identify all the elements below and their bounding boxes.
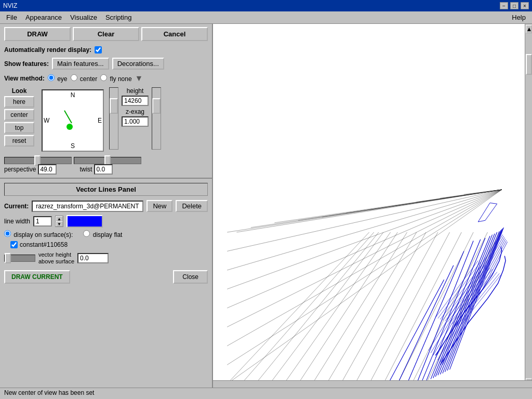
minimize-button[interactable]: − [500, 2, 508, 9]
cancel-button[interactable]: Cancel [141, 27, 208, 41]
display-flat-label: display flat [83, 230, 122, 238]
linewidth-label: line width [4, 218, 30, 225]
svg-rect-0 [227, 24, 518, 388]
perspective-value[interactable] [38, 164, 57, 175]
menu-appearance[interactable]: Appearance [21, 12, 66, 22]
menu-help[interactable]: Help [508, 12, 530, 22]
vector-height-slider[interactable] [4, 255, 35, 262]
zexag-label: z-exag [126, 108, 144, 115]
view-method-label: View method: [4, 75, 45, 82]
perspective-slider-row [4, 157, 208, 164]
auto-render-section: Automatically render display: [0, 44, 212, 56]
auto-render-label: Automatically render display: [4, 46, 91, 54]
vector-height-slider-row: vector height above surface [4, 251, 208, 265]
title-bar: NVIZ − □ × [0, 0, 532, 11]
height-zexag-group: height z-exag [122, 87, 149, 127]
view-eye-label: eye [48, 74, 68, 83]
viewport-hscroll[interactable] [213, 380, 532, 388]
status-bar: New center of view has been set [0, 388, 532, 399]
maximize-button[interactable]: □ [510, 2, 518, 9]
navigator-box[interactable]: N S W E [42, 89, 104, 152]
vscroll-up-arrow[interactable]: ▲ [526, 25, 532, 33]
navigator-area: Look here center top reset N S W E [0, 85, 212, 156]
look-title: Look [4, 87, 34, 95]
nav-south-label: S [71, 142, 75, 150]
persp-twist-labels: perspective twist [4, 164, 208, 175]
nav-position-dot[interactable] [66, 124, 73, 130]
height-slider-thumb[interactable] [110, 98, 118, 114]
window-controls: − □ × [500, 2, 529, 9]
status-message: New center of view has been set [4, 389, 94, 396]
linewidth-up-button[interactable]: ▲ [56, 216, 63, 221]
close-button[interactable]: Close [173, 270, 208, 284]
height-vscroll[interactable] [109, 87, 118, 150]
vector-height-labels: vector height above surface [38, 251, 74, 265]
title-text: NVIZ [3, 2, 17, 9]
menu-scripting[interactable]: Scripting [101, 12, 136, 22]
twist-label: twist [79, 166, 92, 173]
current-row: Current: razrez_transform_3d@PERMANENT N… [0, 198, 212, 214]
nav-direction-arrow [64, 110, 72, 123]
view-eye-radio[interactable] [48, 74, 55, 81]
constant-checkbox[interactable] [10, 241, 18, 248]
draw-button[interactable]: DRAW [4, 27, 71, 41]
show-features-row: Show features: Main features... Decorati… [4, 58, 208, 70]
look-top-button[interactable]: top [4, 122, 34, 134]
close-button[interactable]: × [521, 2, 529, 9]
vscroll-thumb[interactable] [526, 54, 532, 75]
look-center-button[interactable]: center [4, 109, 34, 121]
menu-visualize[interactable]: Visualize [66, 12, 101, 22]
clear-button[interactable]: Clear [73, 27, 139, 41]
decorations-button[interactable]: Decorations... [112, 58, 164, 70]
linewidth-input[interactable] [33, 216, 52, 227]
view-flynone-radio[interactable] [100, 74, 107, 81]
display-flat-radio[interactable] [83, 230, 90, 237]
delete-button[interactable]: Delete [176, 200, 208, 212]
vector-height-input[interactable] [77, 253, 109, 263]
constant-label: constant#110658 [20, 241, 68, 248]
toolbar-row: DRAW Clear Cancel [0, 24, 212, 44]
zexag-slider-thumb[interactable] [152, 98, 161, 114]
display-surface-label: display on surface(s): [4, 230, 73, 238]
viewport-vscroll[interactable]: ▲ ▼ [525, 24, 532, 388]
nav-east-label: E [98, 117, 102, 124]
vector-height-section: vector height above surface [0, 249, 212, 267]
zexag-input[interactable] [122, 116, 149, 127]
zexag-vscroll[interactable] [152, 87, 161, 150]
current-label: Current: [4, 203, 29, 210]
wireframe-svg [213, 24, 532, 388]
view-center-label: center [71, 74, 98, 83]
view-method-arrow-icon: ▼ [135, 74, 143, 83]
color-button[interactable] [66, 215, 103, 228]
action-row: DRAW CURRENT Close [0, 267, 212, 287]
main-area: DRAW Clear Cancel Automatically render d… [0, 24, 532, 388]
view-method-section: View method: eye center fly none ▼ [0, 72, 212, 85]
perspective-slider[interactable] [4, 157, 72, 164]
show-features-label: Show features: [4, 60, 49, 68]
height-label: height [127, 87, 144, 95]
linewidth-row: line width ▲ ▼ [0, 214, 212, 229]
display-surface-radio[interactable] [4, 230, 11, 237]
current-value: razrez_transform_3d@PERMANENT [32, 201, 143, 212]
main-features-button[interactable]: Main features... [52, 58, 109, 70]
view-center-radio[interactable] [71, 74, 77, 81]
linewidth-down-button[interactable]: ▼ [56, 221, 63, 227]
height-input[interactable] [122, 96, 149, 106]
menu-file[interactable]: File [2, 12, 21, 22]
look-here-button[interactable]: here [4, 96, 34, 108]
nav-west-label: W [44, 117, 49, 124]
twist-slider[interactable] [74, 157, 141, 164]
viewport: ▲ ▼ [213, 24, 532, 388]
display-options-row: display on surface(s): display flat [0, 229, 212, 240]
new-button[interactable]: New [147, 200, 172, 212]
auto-render-checkbox[interactable] [95, 46, 102, 54]
nav-north-label: N [71, 91, 75, 99]
vector-panel-header: Vector Lines Panel [4, 183, 208, 196]
auto-render-row: Automatically render display: [4, 46, 208, 54]
zexag-field-group: z-exag [122, 108, 149, 127]
draw-current-button[interactable]: DRAW CURRENT [4, 270, 70, 284]
twist-value[interactable] [94, 164, 113, 175]
left-panel: DRAW Clear Cancel Automatically render d… [0, 24, 213, 388]
constant-row: constant#110658 [0, 240, 212, 249]
look-reset-button[interactable]: reset [4, 135, 34, 147]
